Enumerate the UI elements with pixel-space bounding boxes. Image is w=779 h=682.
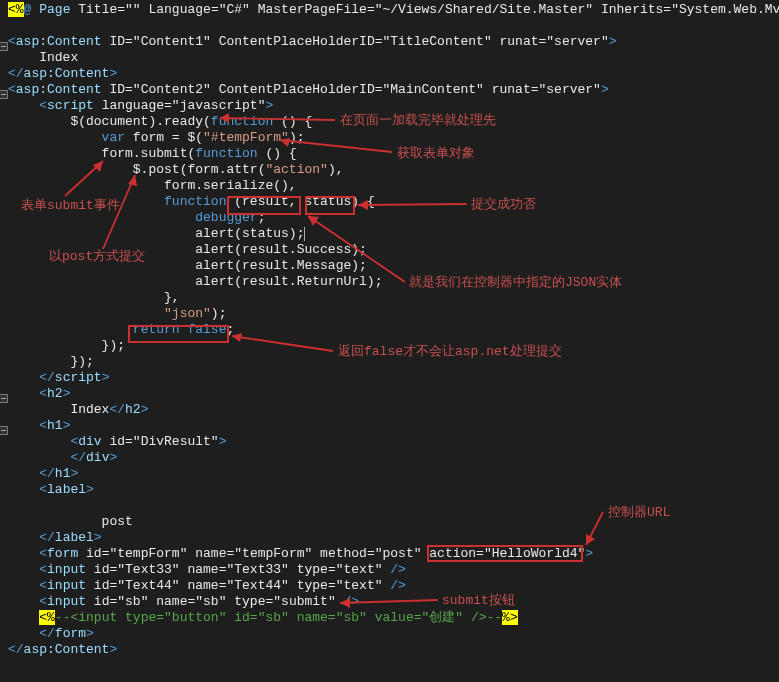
annotation-text: 在页面一加载完毕就处理先 [340,113,496,129]
code-line: }, [0,290,779,306]
code-area[interactable]: <%@ Page Title="" Language="C#" MasterPa… [0,2,779,658]
code-line: <div id="DivResult"> [0,434,779,450]
code-line: </asp:Content> [0,66,779,82]
code-line: </form> [0,626,779,642]
code-line: $.post(form.attr("action"), [0,162,779,178]
annotation-text: submit按钮 [442,593,515,609]
code-line: Index</h2> [0,402,779,418]
code-line: form.serialize(), [0,178,779,194]
code-line: <asp:Content ID="Content2" ContentPlaceH… [0,82,779,98]
code-line: <input id="sb" name="sb" type="submit" /… [0,594,779,610]
fold-marker[interactable] [0,42,8,51]
code-line: </div> [0,450,779,466]
annotation-text: 就是我们在控制器中指定的JSON实体 [409,275,622,291]
code-line: </asp:Content> [0,642,779,658]
code-line: <label> [0,482,779,498]
code-line [0,18,779,34]
code-line: <input id="Text44" name="Text44" type="t… [0,578,779,594]
annotation-text: 表单submit事件 [21,198,120,214]
annotation-text: 以post方式提交 [49,249,145,265]
code-line: </label> [0,530,779,546]
code-line: <form id="tempForm" name="tempForm" meth… [0,546,779,562]
code-line: <script language="javascript"> [0,98,779,114]
annotation-text: 获取表单对象 [397,146,475,162]
code-line: <%--<input type="button" id="sb" name="s… [0,610,779,626]
fold-marker[interactable] [0,394,8,403]
code-line: </script> [0,370,779,386]
annotation-text: 提交成功否 [471,197,536,213]
code-line: <asp:Content ID="Content1" ContentPlaceH… [0,34,779,50]
code-line: alert(result.ReturnUrl); [0,274,779,290]
fold-marker[interactable] [0,426,8,435]
code-line: form.submit(function () { [0,146,779,162]
annotation-text: 控制器URL [608,505,670,521]
code-line: </h1> [0,466,779,482]
code-line: <h2> [0,386,779,402]
code-line: Index [0,50,779,66]
gutter [0,0,6,682]
annotation-text: 返回false才不会让asp.net处理提交 [338,344,562,360]
code-line: <h1> [0,418,779,434]
code-line: alert(status); [0,226,779,242]
code-line: return false; [0,322,779,338]
text-cursor [304,227,305,241]
fold-marker[interactable] [0,90,8,99]
code-line: <input id="Text33" name="Text33" type="t… [0,562,779,578]
code-line: var form = $("#tempForm"); [0,130,779,146]
code-line: <%@ Page Title="" Language="C#" MasterPa… [0,2,779,18]
code-line: "json"); [0,306,779,322]
